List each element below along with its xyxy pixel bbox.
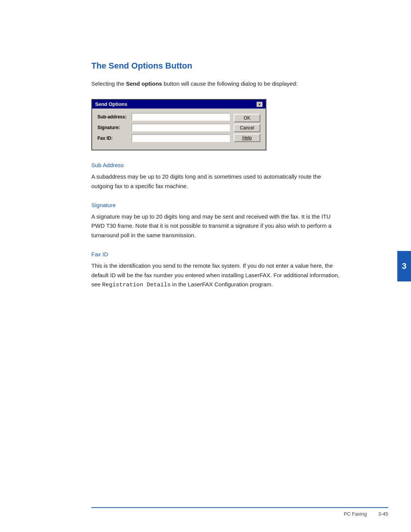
fax-id-title: Fax ID	[91, 251, 342, 257]
intro-after-bold: button will cause the following dialog t…	[162, 80, 298, 87]
chapter-tab: 3	[397, 251, 411, 281]
main-content: The Send Options Button Selecting the Se…	[0, 0, 373, 532]
faxid-label: Fax ID:	[97, 136, 132, 141]
send-options-dialog: Send Options × Sub-address: Signature: F…	[91, 99, 266, 150]
dialog-buttons: OK Cancel Help	[234, 113, 260, 145]
dialog-fields: Sub-address: Signature: Fax ID:	[97, 113, 230, 145]
footer-page-number: 3-45	[378, 511, 388, 517]
footer: PC Faxing 3-45	[91, 507, 388, 517]
faxid-row: Fax ID:	[97, 134, 230, 142]
page-container: The Send Options Button Selecting the Se…	[0, 0, 411, 532]
dialog-title: Send Options	[95, 101, 127, 107]
help-button[interactable]: Help	[234, 134, 260, 142]
subaddress-row: Sub-address:	[97, 113, 230, 121]
chapter-tab-label: 3	[402, 261, 406, 271]
fax-id-text: This is the identification you send to t…	[91, 261, 342, 290]
ok-button[interactable]: OK	[234, 114, 260, 122]
page-title: The Send Options Button	[91, 61, 342, 71]
footer-text: PC Faxing 3-45	[91, 511, 388, 517]
subaddress-label: Sub-address:	[97, 114, 132, 120]
dialog-titlebar: Send Options ×	[92, 100, 266, 109]
sub-address-title: Sub Address	[91, 162, 342, 168]
dialog-close-button[interactable]: ×	[256, 102, 263, 107]
signature-title: Signature	[91, 202, 342, 208]
signature-input[interactable]	[132, 124, 230, 131]
intro-bold: Send options	[126, 80, 162, 87]
footer-section-label: PC Faxing	[344, 511, 367, 517]
cancel-button[interactable]: Cancel	[234, 124, 260, 132]
signature-label: Signature:	[97, 125, 132, 130]
sub-address-text: A subaddress may be up to 20 digits long…	[91, 172, 342, 191]
footer-divider	[91, 507, 388, 508]
dialog-body: Sub-address: Signature: Fax ID: OK Cance…	[92, 109, 266, 150]
intro-before-bold: Selecting the	[91, 80, 126, 87]
signature-text: A signature may be up to 20 digits long …	[91, 212, 342, 240]
subaddress-input[interactable]	[132, 113, 230, 121]
intro-paragraph: Selecting the Send options button will c…	[91, 79, 342, 88]
signature-row: Signature:	[97, 124, 230, 131]
registration-details-ref: Registration Details	[102, 282, 170, 288]
faxid-input[interactable]	[132, 134, 230, 142]
